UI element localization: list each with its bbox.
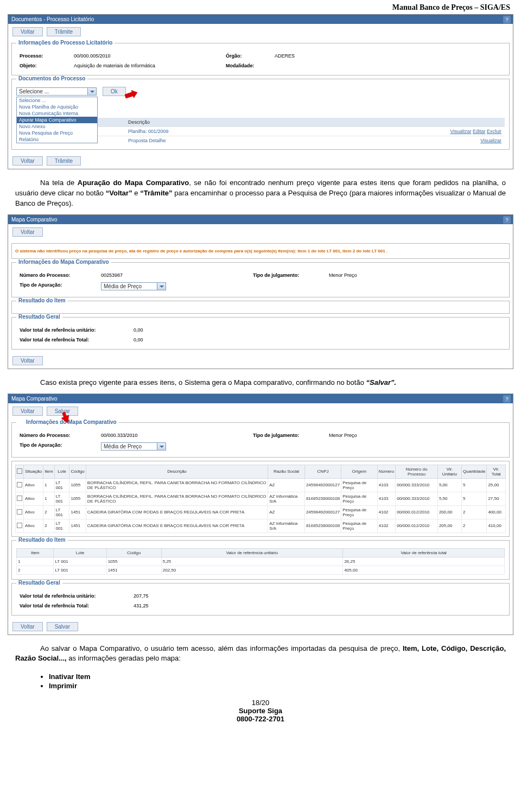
bullet-imprimir: Imprimir (49, 682, 521, 690)
tramite-button[interactable]: Trâmite (47, 156, 81, 166)
tipojulg-value: Menor Preço (326, 270, 360, 280)
tipojulg-label: Tipo de julgamento: (250, 270, 326, 280)
warning-message: O sistema não identificou preço na pesqu… (15, 247, 506, 255)
tipojulg-label: Tipo de julgamento: (250, 430, 326, 440)
screenshot-mapa-comparativo-salvar: Mapa Comparativo ? Voltar Salvar Informa… (8, 394, 513, 635)
tipoapur-label: Tipo de Apuração: (16, 440, 98, 453)
numproc-value: 00253987 (98, 270, 250, 280)
salvar-button[interactable]: Salvar (47, 622, 78, 631)
voltar-button[interactable]: Voltar (12, 622, 43, 631)
excluir-link[interactable]: Excluir (487, 129, 501, 134)
grid-header: Vlr. Total (487, 465, 506, 478)
panel-legend: Informações do Mapa Comparativo (16, 259, 111, 265)
chevron-down-icon (157, 443, 166, 450)
checkbox[interactable] (17, 509, 22, 515)
option-nova-planilha[interactable]: Nova Planilha de Aquisição (17, 104, 97, 110)
footer-suporte: Suporte Siga (239, 707, 282, 715)
numproc-label: Número do Processo: (16, 430, 98, 440)
help-icon[interactable]: ? (503, 16, 511, 23)
panel-legend: Resultado do Item (16, 537, 68, 543)
ok-button[interactable]: Ok (103, 87, 126, 96)
grid-header: Quantidade (462, 465, 487, 478)
tipojulg-value: Menor Preço (326, 430, 360, 440)
window-title-bar: Mapa Comparativo ? (8, 394, 513, 403)
checkbox[interactable] (17, 496, 22, 501)
panel-legend: Documentos do Processo (16, 75, 87, 81)
processo-label: Processo: (16, 51, 71, 61)
checkbox[interactable] (17, 482, 22, 487)
grid-header: Razão Social (268, 465, 305, 478)
option-novo-anexo[interactable]: Novo Anexo (17, 123, 97, 130)
window-title: Mapa Comparativo (11, 217, 57, 223)
grid-header: Descrição (86, 465, 268, 478)
vlr-total-value: 431,25 (130, 601, 282, 611)
resultado-item-grid: ItemLoteCódigoValor de referência unitár… (16, 548, 505, 575)
grid-header: CNPJ (304, 465, 341, 478)
grid-header: Vlr. Unitário (437, 465, 461, 478)
window-title-bar: Documentos - Processo Licitatório ? (8, 15, 513, 24)
table-row: Ativo1LT 0011055BORRACHA CILÍNDRICA, REF… (16, 492, 506, 505)
visualizar-link[interactable]: Visualizar (450, 129, 472, 134)
tipoapur-select[interactable]: Média de Preço (101, 442, 166, 451)
panel-legend: Informações do Processo Licitatório (16, 40, 115, 46)
panel-aviso: O sistema não identificou preço na pesqu… (11, 243, 510, 259)
panel-legend: Resultado do Item (16, 297, 68, 303)
panel-legend: Resultado Geral (16, 314, 62, 320)
grid-header: Item (43, 465, 55, 478)
paragraph-2: Caso exista preço vigente para esses ite… (0, 372, 521, 394)
grid-header: Código (69, 465, 86, 478)
panel-informacoes-mapa: Informações do Mapa Comparativo Número d… (11, 262, 510, 297)
voltar-button[interactable]: Voltar (12, 156, 43, 166)
grid-header: Situação (24, 465, 43, 478)
option-nova-comunicacao[interactable]: Nova Comunicação Interna (17, 110, 97, 117)
tipoapur-select[interactable]: Média de Preço (101, 282, 166, 290)
voltar-button[interactable]: Voltar (12, 227, 43, 237)
numproc-label: Número do Processo: (16, 270, 98, 280)
footer-telefone: 0800-722-2701 (237, 715, 284, 723)
grid-header: Número do Processo (396, 465, 438, 478)
tramite-button[interactable]: Trâmite (47, 27, 81, 36)
panel-resultado-item: Resultado do Item ItemLoteCódigoValor de… (11, 540, 510, 580)
chevron-down-icon (87, 88, 96, 95)
page-header: Manual Banco de Preços – SIGA/ES (0, 0, 521, 14)
grid-header: Lote (54, 465, 69, 478)
page-number: 18/20 (0, 699, 521, 707)
grid-header: Valor de referência total (343, 548, 505, 557)
panel-resultado-geral: Resultado Geral Valor total de referênci… (11, 317, 510, 350)
help-icon[interactable]: ? (503, 216, 511, 224)
option-apurar-mapa[interactable]: Apurar Mapa Comparativo (17, 117, 97, 123)
paragraph-3: Ao salvar o Mapa Comparativo, o usuário … (0, 638, 521, 670)
checkbox[interactable] (17, 523, 22, 528)
grid-header: Lote (54, 548, 106, 557)
panel-resultado-geral: Resultado Geral Valor total de referênci… (11, 583, 510, 616)
option-selecione[interactable]: Selecione ... (17, 97, 97, 104)
voltar-button[interactable]: Voltar (12, 407, 43, 416)
vlr-total-label: Valor total de referência Total: (16, 601, 130, 611)
screenshot-documentos-processo: Documentos - Processo Licitatório ? Volt… (8, 14, 513, 169)
table-row: 1LT 00110555,2526,25 (17, 557, 505, 566)
checkbox[interactable] (17, 468, 22, 474)
table-row: Ativo2LT 0011451CADEIRA GIRATÓRIA COM RO… (16, 519, 506, 532)
tipoapur-label: Tipo de Apuração: (16, 280, 98, 293)
top-button-row: Voltar Trâmite (8, 24, 513, 40)
chevron-down-icon (157, 283, 166, 290)
help-icon[interactable]: ? (503, 395, 511, 403)
voltar-button[interactable]: Voltar (12, 356, 43, 365)
vlr-total-value: 0,00 (130, 335, 282, 345)
select-documento[interactable]: Selecione ... Selecione ... Nova Planilh… (16, 87, 97, 96)
modalidade-label: Modalidade: (223, 61, 271, 71)
page-footer: 18/20 Suporte Siga 0800-722-2701 (0, 693, 521, 731)
vlr-unit-label: Valor total de referência unitário: (16, 325, 130, 335)
voltar-button[interactable]: Voltar (12, 27, 43, 36)
visualizar-link[interactable]: Visualizar (480, 138, 501, 143)
option-relatorio[interactable]: Relatório (17, 136, 97, 143)
svg-marker-1 (59, 412, 72, 424)
grid-header: Valor de referência unitário (161, 548, 343, 557)
panel-legend: Resultado Geral (16, 580, 62, 586)
option-nova-pesquisa[interactable]: Nova Pesquisa de Preço (17, 130, 97, 136)
bullet-inativar: Inativar Item (49, 673, 521, 681)
editar-link[interactable]: Editar (473, 129, 486, 134)
tipoapur-value: Média de Preço (98, 440, 250, 453)
window-title: Mapa Comparativo (11, 396, 57, 402)
annotation-arrow-icon (125, 90, 144, 102)
